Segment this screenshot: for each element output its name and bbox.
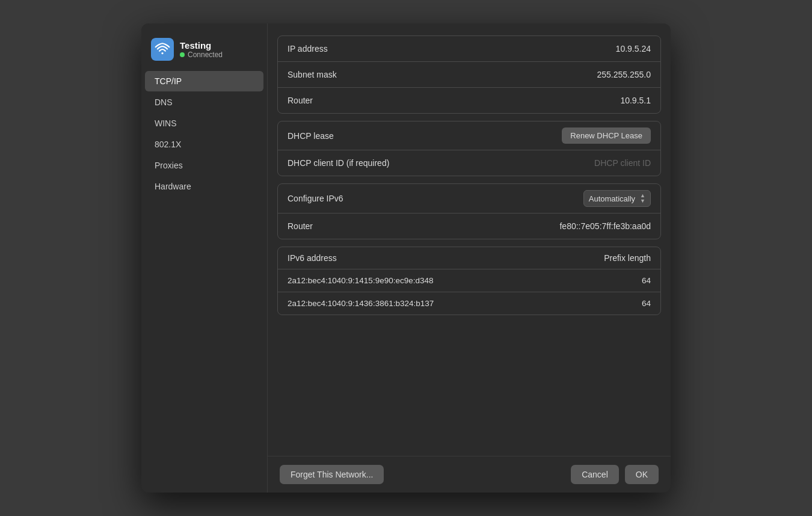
sidebar-item-wins[interactable]: WINS	[145, 113, 263, 134]
renew-dhcp-button[interactable]: Renew DHCP Lease	[562, 127, 651, 144]
router-value: 10.9.5.1	[620, 96, 651, 105]
sidebar-item-tcpip[interactable]: TCP/IP	[145, 71, 263, 91]
ok-button[interactable]: OK	[625, 465, 659, 484]
dhcp-client-id-value: DHCP client ID	[594, 158, 651, 168]
ipv6-table-header: IPv6 address Prefix length	[278, 247, 660, 269]
subnet-mask-label: Subnet mask	[288, 70, 337, 79]
main-content: IP address 10.9.5.24 Subnet mask 255.255…	[268, 23, 671, 493]
wifi-icon	[151, 38, 174, 61]
ip-address-label: IP address	[288, 44, 328, 54]
ipv6-prefix-col-header: Prefix length	[604, 253, 651, 263]
configure-ipv6-label: Configure IPv6	[288, 194, 343, 203]
sidebar-nav: TCP/IP DNS WINS 802.1X Proxies Hardware	[141, 71, 267, 197]
subnet-mask-row: Subnet mask 255.255.255.0	[278, 62, 660, 88]
ipv6-address-col-header: IPv6 address	[288, 253, 337, 263]
ipv6-prefix-2: 64	[642, 299, 651, 308]
ipv6-prefix-1: 64	[642, 276, 651, 285]
footer-right: Cancel OK	[571, 465, 659, 484]
router-label: Router	[288, 96, 313, 105]
footer-left: Forget This Network...	[280, 465, 384, 484]
sidebar: Testing Connected TCP/IP DNS WINS 802.1X…	[141, 23, 268, 493]
status-label: Connected	[188, 51, 223, 59]
stepper-arrows-icon: ▲ ▼	[640, 193, 645, 204]
subnet-mask-value: 255.255.255.0	[597, 70, 651, 79]
configure-ipv6-row: Configure IPv6 Automatically ▲ ▼	[278, 184, 660, 213]
network-name: Testing	[180, 40, 223, 51]
dhcp-section: DHCP lease Renew DHCP Lease DHCP client …	[277, 121, 661, 176]
cancel-button[interactable]: Cancel	[571, 465, 619, 484]
dialog-footer: Forget This Network... Cancel OK	[268, 456, 671, 493]
sidebar-item-proxies[interactable]: Proxies	[145, 155, 263, 176]
forget-network-button[interactable]: Forget This Network...	[280, 465, 384, 484]
ipv6-address-1: 2a12:bec4:1040:9:1415:9e90:ec9e:d348	[288, 276, 433, 285]
ipv6-router-label: Router	[288, 221, 313, 231]
status-dot	[180, 52, 185, 57]
router-row: Router 10.9.5.1	[278, 88, 660, 113]
ip-address-row: IP address 10.9.5.24	[278, 36, 660, 62]
dhcp-lease-label: DHCP lease	[288, 131, 334, 141]
network-settings-dialog: Testing Connected TCP/IP DNS WINS 802.1X…	[141, 23, 671, 493]
ipv6-mode-value: Automatically	[589, 194, 635, 203]
ipv6-router-value: fe80::7e05:7ff:fe3b:aa0d	[559, 221, 651, 231]
ipv6-router-row: Router fe80::7e05:7ff:fe3b:aa0d	[278, 213, 660, 239]
dhcp-client-id-row: DHCP client ID (if required) DHCP client…	[278, 150, 660, 176]
sidebar-header: Testing Connected	[141, 33, 267, 70]
ipv6-table-row: 2a12:bec4:1040:9:1436:3861:b324:b137 64	[278, 292, 660, 315]
ip-info-section: IP address 10.9.5.24 Subnet mask 255.255…	[277, 35, 661, 114]
sidebar-item-8021x[interactable]: 802.1X	[145, 134, 263, 155]
ipv6-table-row: 2a12:bec4:1040:9:1415:9e90:ec9e:d348 64	[278, 269, 660, 292]
network-status: Connected	[180, 51, 223, 59]
sidebar-item-dns[interactable]: DNS	[145, 92, 263, 112]
content-area: IP address 10.9.5.24 Subnet mask 255.255…	[268, 23, 671, 456]
ipv6-mode-select[interactable]: Automatically ▲ ▼	[583, 190, 651, 207]
sidebar-item-hardware[interactable]: Hardware	[145, 176, 263, 197]
network-info: Testing Connected	[180, 40, 223, 59]
ipv6-config-section: Configure IPv6 Automatically ▲ ▼ Router …	[277, 183, 661, 239]
dhcp-client-id-label: DHCP client ID (if required)	[288, 158, 389, 168]
dhcp-lease-row: DHCP lease Renew DHCP Lease	[278, 121, 660, 150]
ipv6-address-2: 2a12:bec4:1040:9:1436:3861:b324:b137	[288, 299, 434, 308]
svg-point-0	[161, 52, 163, 54]
ipv6-table-section: IPv6 address Prefix length 2a12:bec4:104…	[277, 247, 661, 315]
ip-address-value: 10.9.5.24	[616, 44, 651, 54]
